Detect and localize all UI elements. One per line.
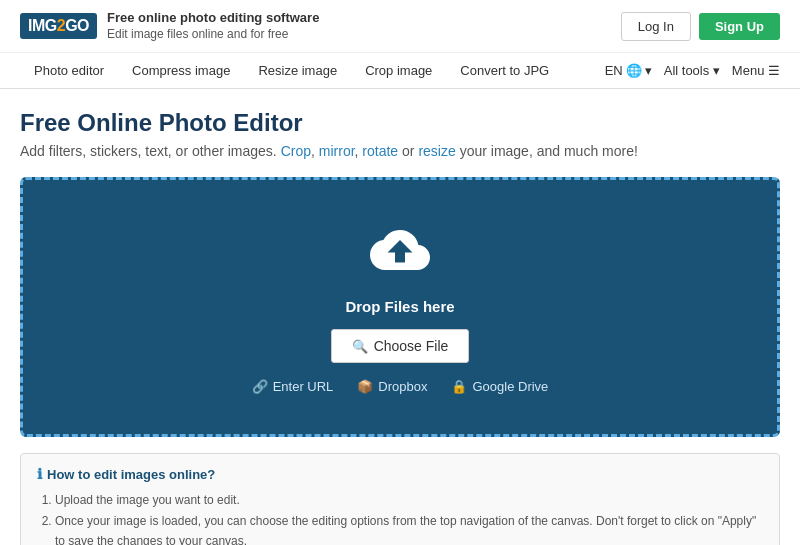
header: IMG2GO Free online photo editing softwar… bbox=[0, 0, 800, 53]
header-buttons: Log In Sign Up bbox=[621, 12, 780, 41]
cloud-upload-icon bbox=[370, 220, 430, 280]
menu-button[interactable]: Menu ☰ bbox=[732, 63, 780, 78]
main-nav: Photo editor Compress image Resize image… bbox=[0, 53, 800, 89]
logo[interactable]: IMG2GO bbox=[20, 13, 97, 39]
info-box: ℹ How to edit images online? Upload the … bbox=[20, 453, 780, 545]
page-title: Free Online Photo Editor bbox=[20, 109, 780, 137]
logo-tagline: Free online photo editing software Edit … bbox=[107, 10, 319, 42]
nav-right: EN 🌐 ▾ All tools ▾ Menu ☰ bbox=[605, 63, 780, 78]
choose-file-label: Choose File bbox=[374, 338, 449, 354]
info-icon: ℹ bbox=[37, 466, 42, 482]
resize-link[interactable]: resize bbox=[418, 143, 455, 159]
nav-resize-image[interactable]: Resize image bbox=[244, 53, 351, 88]
logo-area: IMG2GO Free online photo editing softwar… bbox=[20, 10, 319, 42]
google-drive-option[interactable]: 🔒 Google Drive bbox=[451, 379, 548, 394]
nav-compress-image[interactable]: Compress image bbox=[118, 53, 244, 88]
dropbox-option[interactable]: 📦 Dropbox bbox=[357, 379, 427, 394]
nav-photo-editor[interactable]: Photo editor bbox=[20, 53, 118, 88]
upload-options: 🔗 Enter URL 📦 Dropbox 🔒 Google Drive bbox=[252, 379, 549, 394]
all-tools-dropdown[interactable]: All tools ▾ bbox=[664, 63, 720, 78]
nav-convert-jpg[interactable]: Convert to JPG bbox=[446, 53, 563, 88]
choose-file-button[interactable]: 🔍 Choose File bbox=[331, 329, 470, 363]
nav-links: Photo editor Compress image Resize image… bbox=[20, 53, 563, 88]
info-step-2: Once your image is loaded, you can choos… bbox=[55, 511, 763, 545]
page-subtitle: Add filters, stickers, text, or other im… bbox=[20, 143, 780, 159]
lang-selector[interactable]: EN 🌐 ▾ bbox=[605, 63, 652, 78]
upload-icon bbox=[370, 220, 430, 288]
google-drive-icon: 🔒 bbox=[451, 379, 467, 394]
info-box-title: ℹ How to edit images online? bbox=[37, 466, 763, 482]
link-icon: 🔗 bbox=[252, 379, 268, 394]
main-content: Free Online Photo Editor Add filters, st… bbox=[0, 89, 800, 545]
signup-button[interactable]: Sign Up bbox=[699, 13, 780, 40]
search-icon: 🔍 bbox=[352, 339, 368, 354]
login-button[interactable]: Log In bbox=[621, 12, 691, 41]
rotate-link[interactable]: rotate bbox=[362, 143, 398, 159]
crop-link[interactable]: Crop bbox=[281, 143, 311, 159]
upload-zone[interactable]: Drop Files here 🔍 Choose File 🔗 Enter UR… bbox=[20, 177, 780, 437]
enter-url-option[interactable]: 🔗 Enter URL bbox=[252, 379, 334, 394]
globe-icon: 🌐 bbox=[626, 63, 642, 78]
nav-crop-image[interactable]: Crop image bbox=[351, 53, 446, 88]
dropbox-icon: 📦 bbox=[357, 379, 373, 394]
info-step-1: Upload the image you want to edit. bbox=[55, 490, 763, 510]
mirror-link[interactable]: mirror bbox=[319, 143, 355, 159]
drop-text: Drop Files here bbox=[345, 298, 454, 315]
info-list: Upload the image you want to edit. Once … bbox=[37, 490, 763, 545]
